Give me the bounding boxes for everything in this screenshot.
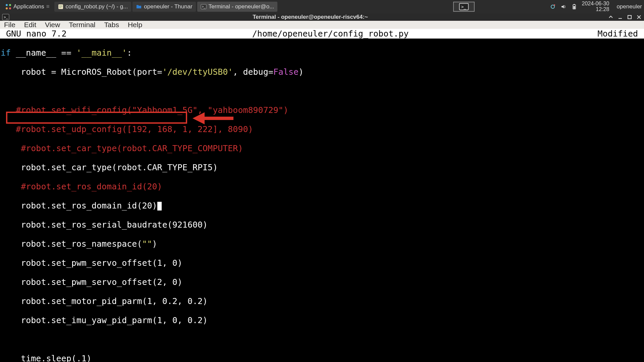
svg-text:>_: >_ bbox=[4, 15, 8, 19]
svg-rect-7 bbox=[59, 7, 61, 8]
show-desktop-button[interactable]: >_ bbox=[453, 2, 475, 12]
applications-label: Applications bbox=[13, 3, 44, 10]
nano-header: GNU nano 7.2 /home/openeuler/config_robo… bbox=[0, 29, 644, 39]
svg-point-2 bbox=[6, 7, 8, 9]
window-title: Terminal - openeuler@openeuler-riscv64:~ bbox=[13, 14, 608, 20]
text-editor-icon bbox=[58, 4, 64, 10]
svg-point-12 bbox=[551, 5, 554, 8]
folder-icon bbox=[136, 4, 142, 10]
window-titlebar[interactable]: >_ Terminal - openeuler@openeuler-riscv6… bbox=[0, 13, 644, 21]
time-label: 12:28 bbox=[582, 7, 609, 12]
system-tray: 2024-06-30 12:28 openeuler bbox=[550, 1, 642, 12]
menu-file[interactable]: File bbox=[4, 21, 15, 29]
terminal-icon: >_ bbox=[459, 3, 469, 10]
volume-icon[interactable] bbox=[560, 4, 567, 10]
applications-menu[interactable]: Applications ≡ bbox=[2, 2, 53, 12]
kw-if: if bbox=[1, 48, 11, 58]
taskbar-item-label: openeuler - Thunar bbox=[144, 3, 192, 10]
menu-terminal[interactable]: Terminal bbox=[69, 21, 95, 29]
taskbar-item-terminal[interactable]: >_ Terminal - openeuler@o... bbox=[197, 2, 278, 12]
svg-rect-5 bbox=[59, 5, 62, 6]
taskbar-item-editor[interactable]: config_robot.py (~/) - g... bbox=[54, 2, 131, 12]
svg-point-0 bbox=[6, 4, 8, 6]
desktop-taskbar: Applications ≡ config_robot.py (~/) - g.… bbox=[0, 0, 644, 13]
svg-rect-20 bbox=[628, 15, 631, 19]
nano-file-path: /home/openeuler/config_robot.py bbox=[69, 29, 592, 39]
menu-divider-icon: ≡ bbox=[46, 3, 50, 10]
svg-rect-16 bbox=[573, 6, 575, 9]
apps-icon bbox=[5, 4, 11, 10]
svg-point-1 bbox=[9, 4, 11, 6]
user-menu[interactable]: openeuler bbox=[616, 3, 642, 10]
menu-tabs[interactable]: Tabs bbox=[104, 21, 119, 29]
date-label: 2024-06-30 bbox=[582, 1, 609, 7]
nano-editor-area[interactable]: if __name__ == '__main__': robot = Micro… bbox=[0, 39, 644, 362]
terminal-icon: >_ bbox=[201, 4, 207, 10]
close-button[interactable] bbox=[636, 14, 642, 20]
svg-rect-19 bbox=[619, 18, 622, 19]
svg-rect-15 bbox=[574, 4, 575, 5]
svg-rect-21 bbox=[205, 117, 233, 120]
terminal-window: >_ Terminal - openeuler@openeuler-riscv6… bbox=[0, 13, 644, 362]
svg-point-3 bbox=[9, 7, 11, 9]
menu-help[interactable]: Help bbox=[128, 21, 142, 29]
menu-view[interactable]: View bbox=[45, 21, 60, 29]
text-cursor bbox=[157, 202, 162, 210]
indicator-icon[interactable] bbox=[550, 4, 556, 10]
menu-edit[interactable]: Edit bbox=[24, 21, 36, 29]
taskbar-item-files[interactable]: openeuler - Thunar bbox=[132, 2, 196, 12]
terminal-icon: >_ bbox=[2, 13, 9, 21]
nano-app-label: GNU nano 7.2 bbox=[0, 29, 69, 39]
svg-point-13 bbox=[554, 4, 555, 6]
maximize-button[interactable] bbox=[627, 14, 633, 20]
svg-text:>_: >_ bbox=[202, 5, 206, 8]
battery-icon[interactable] bbox=[571, 4, 577, 10]
svg-rect-6 bbox=[59, 6, 62, 7]
shade-button[interactable] bbox=[608, 14, 614, 20]
minimize-button[interactable] bbox=[617, 14, 623, 20]
terminal-menubar: File Edit View Terminal Tabs Help bbox=[0, 21, 644, 29]
svg-text:>_: >_ bbox=[461, 4, 467, 9]
taskbar-item-label: Terminal - openeuler@o... bbox=[209, 3, 274, 10]
nano-status: Modified bbox=[592, 29, 644, 39]
taskbar-item-label: config_robot.py (~/) - g... bbox=[66, 3, 128, 10]
clock[interactable]: 2024-06-30 12:28 bbox=[582, 1, 609, 12]
